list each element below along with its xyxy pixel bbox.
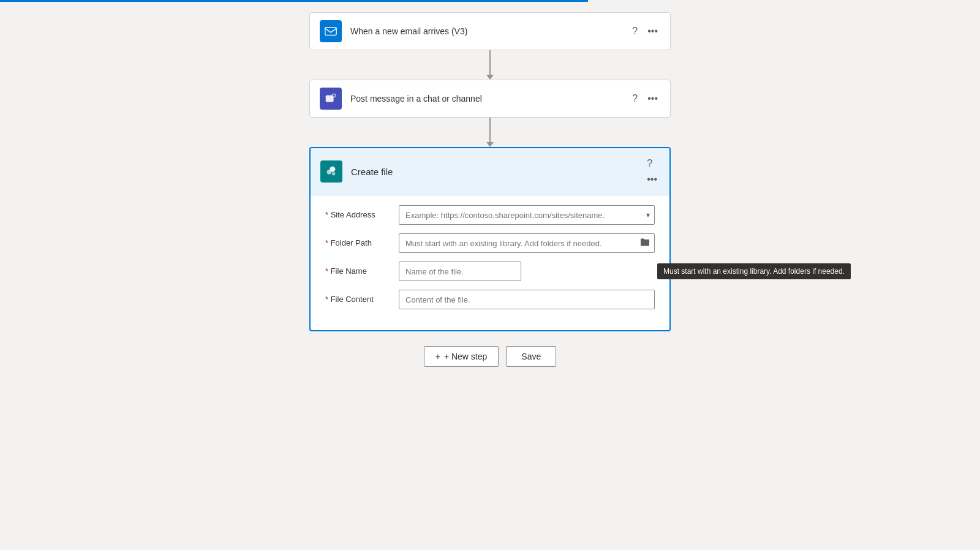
input-folder-path[interactable] <box>399 233 655 253</box>
help-icon-email: ? <box>632 26 638 37</box>
help-button-create-file[interactable]: ? <box>644 156 655 171</box>
arrow-head-1 <box>486 75 494 80</box>
form-row-file-name: * File Name Must start with an existing … <box>325 262 655 281</box>
outlook-icon <box>320 20 342 42</box>
help-icon-create-file: ? <box>647 158 652 169</box>
step-card-email: When a new email arrives (V3) ? ••• <box>309 12 671 50</box>
svg-point-3 <box>333 94 335 97</box>
arrow-line-1 <box>489 50 491 75</box>
form-row-site-address: * * Site AddressSite Address ▾ <box>325 205 655 225</box>
new-step-button[interactable]: + + New step <box>424 346 499 367</box>
form-row-file-content: * File Content <box>325 290 655 309</box>
required-star-folder: * <box>325 238 331 247</box>
create-file-header: Create file ? ••• <box>311 148 669 195</box>
required-star-content: * <box>325 295 331 304</box>
required-star-site: * <box>325 210 331 219</box>
svg-point-6 <box>332 172 336 176</box>
field-file-name: Must start with an existing library. Add… <box>399 262 655 281</box>
more-button-email[interactable]: ••• <box>645 23 660 39</box>
create-file-title: Create file <box>351 167 644 177</box>
step-title-teams: Post message in a chat or channel <box>350 94 630 104</box>
help-button-email[interactable]: ? <box>630 23 640 39</box>
new-step-label: + New step <box>444 352 487 361</box>
required-star-filename: * <box>325 266 331 276</box>
flow-container: When a new email arrives (V3) ? ••• Post… <box>276 12 704 367</box>
teams-icon <box>320 88 342 110</box>
top-progress-bar <box>0 0 980 2</box>
more-icon-create-file: ••• <box>647 174 657 185</box>
save-label: Save <box>521 352 541 361</box>
more-icon-email: ••• <box>647 26 658 37</box>
input-site-address[interactable] <box>399 205 655 225</box>
step-card-teams: Post message in a chat or channel ? ••• <box>309 80 671 118</box>
label-file-content: * File Content <box>325 290 399 304</box>
input-file-content[interactable] <box>399 290 655 309</box>
help-icon-teams: ? <box>632 93 638 104</box>
create-file-body: * * Site AddressSite Address ▾ * Folder … <box>311 195 669 330</box>
field-site-address: ▾ <box>399 205 655 225</box>
more-button-create-file[interactable]: ••• <box>644 171 660 187</box>
tooltip-file-name: Must start with an existing library. Add… <box>657 263 851 279</box>
save-button[interactable]: Save <box>506 346 556 367</box>
svg-rect-0 <box>325 28 336 36</box>
arrow-connector-1 <box>486 50 494 80</box>
svg-point-5 <box>327 170 331 174</box>
more-icon-teams: ••• <box>647 93 658 104</box>
field-folder-path <box>399 233 655 253</box>
help-button-teams[interactable]: ? <box>630 91 640 107</box>
label-folder-path: * Folder Path <box>325 233 399 247</box>
tooltip-wrapper-filename: Must start with an existing library. Add… <box>399 262 655 281</box>
create-file-actions: ? ••• <box>644 156 660 187</box>
step-title-email: When a new email arrives (V3) <box>350 26 630 36</box>
sharepoint-icon <box>320 160 342 183</box>
more-button-teams[interactable]: ••• <box>645 91 660 107</box>
label-file-name: * File Name <box>325 262 399 276</box>
input-file-name[interactable] <box>399 262 521 281</box>
bottom-actions: + + New step Save <box>424 346 557 367</box>
arrow-line-2 <box>489 118 491 142</box>
form-row-folder-path: * Folder Path <box>325 233 655 253</box>
create-file-card: Create file ? ••• * * Site AddressSite A… <box>309 147 671 331</box>
label-site-address: * * Site AddressSite Address <box>325 205 399 219</box>
step-actions-email: ? ••• <box>630 23 660 39</box>
tooltip-input-group <box>399 262 655 281</box>
step-actions-teams: ? ••• <box>630 91 660 107</box>
arrow-head-2 <box>486 142 494 147</box>
arrow-connector-2 <box>486 118 494 147</box>
field-file-content <box>399 290 655 309</box>
plus-icon: + <box>435 352 440 361</box>
